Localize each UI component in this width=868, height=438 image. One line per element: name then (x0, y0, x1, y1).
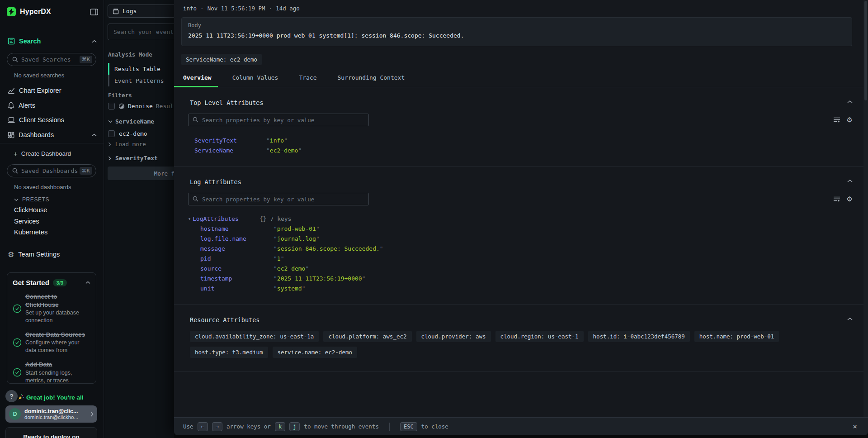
filter-group-severitytext[interactable]: SeverityText (108, 155, 158, 162)
attribute-row: pid "1" (200, 253, 863, 263)
attribute-key[interactable]: source (200, 265, 274, 272)
attribute-value[interactable]: "session-846.scope: Succeeded." (274, 245, 383, 252)
attribute-row: log.file.name "journal.log" (200, 233, 863, 243)
saved-searches-input[interactable]: Saved Searches ⌘K (7, 53, 96, 66)
more-filters-button[interactable]: More filters (108, 167, 174, 180)
chevron-up-icon[interactable] (847, 317, 853, 321)
attribute-value[interactable]: "info" (266, 137, 288, 144)
source-selector-button[interactable]: Logs (108, 5, 174, 18)
footer-text: Use (183, 423, 193, 430)
attribute-value[interactable]: "ec2-demo" (266, 147, 302, 154)
attribute-key[interactable]: timestamp (200, 275, 274, 282)
chevron-up-icon[interactable] (85, 281, 90, 284)
attribute-key[interactable]: message (200, 245, 274, 252)
sidebar-item-chart-explorer[interactable]: Chart Explorer (0, 86, 104, 95)
tab-column-values[interactable]: Column Values (226, 70, 285, 87)
footer-text: to move through events (304, 423, 379, 430)
ec2-demo-checkbox[interactable] (108, 130, 115, 137)
attribute-key[interactable]: LogAttributes (193, 215, 259, 222)
service-name-chip[interactable]: ServiceName: ec2-demo (181, 54, 262, 65)
mode-label: Results Table (114, 66, 160, 72)
footer-text: arrow keys or (226, 423, 271, 430)
denoise-checkbox[interactable] (108, 103, 115, 110)
vertical-scrollbar[interactable] (863, 0, 868, 417)
help-button[interactable]: ? (5, 390, 18, 402)
deploy-card[interactable]: Ready to deploy on (5, 427, 97, 438)
sidebar-item-dashboards[interactable]: Dashboards (0, 130, 104, 140)
attribute-key[interactable]: hostname (200, 225, 274, 232)
attribute-key[interactable]: ServiceName (194, 147, 266, 154)
scrollbar-thumb[interactable] (864, 1, 867, 100)
attribute-value[interactable]: "1" (274, 255, 284, 262)
sidebar-item-client-sessions[interactable]: Client Sessions (0, 115, 104, 125)
resource-chip[interactable]: host.id: i-0abc123def456789 (588, 331, 690, 342)
attribute-row: source "ec2-demo" (200, 263, 863, 273)
property-search-input[interactable] (188, 114, 369, 126)
attribute-key[interactable]: log.file.name (200, 235, 274, 242)
attribute-value[interactable]: "prod-web-01" (274, 225, 320, 232)
mode-event-patterns[interactable]: Event Patterns (108, 75, 174, 86)
chevron-up-icon[interactable] (92, 40, 97, 43)
resource-chip[interactable]: cloud.provider: aws (416, 331, 491, 342)
get-started-item[interactable]: Connect to ClickHouse Set up your databa… (13, 293, 90, 324)
attribute-value[interactable]: "systemd" (274, 285, 305, 292)
resource-chip[interactable]: host.name: prod-web-01 (694, 331, 779, 342)
resource-chip[interactable]: service.name: ec2-demo (273, 347, 358, 358)
resource-chip[interactable]: cloud.region: us-east-1 (495, 331, 584, 342)
resource-chip[interactable]: cloud.availability_zone: us-east-1a (190, 331, 319, 342)
resource-chip[interactable]: cloud.platform: aws_ec2 (323, 331, 411, 342)
close-icon[interactable]: × (853, 422, 857, 431)
event-search-input[interactable] (108, 24, 174, 40)
get-started-item[interactable]: Add Data Start sending logs, metrics, or… (13, 361, 90, 384)
chevron-down-icon (108, 120, 113, 123)
no-saved-searches-text: No saved searches (14, 72, 64, 79)
attribute-value[interactable]: "journal.log" (274, 235, 320, 242)
sidebar-item-label: Team Settings (18, 251, 60, 258)
property-search-input[interactable] (188, 193, 369, 205)
task-title: Add Data (25, 361, 90, 369)
presets-toggle[interactable]: PRESETS (14, 196, 49, 203)
saved-dashboards-input[interactable]: Saved Dashboards ⌘K (7, 164, 96, 177)
wrap-lines-icon[interactable] (833, 117, 840, 123)
task-subtitle: Configure where your data comes from (25, 339, 90, 354)
sidebar-item-team-settings[interactable]: ⚙ Team Settings (0, 249, 104, 259)
preset-clickhouse[interactable]: ClickHouse (14, 206, 47, 214)
gear-icon[interactable]: ⚙ (847, 195, 853, 203)
event-relative-time: 14d ago (276, 5, 300, 12)
mode-results-table[interactable]: Results Table (108, 63, 174, 75)
tab-overview[interactable]: Overview (174, 70, 218, 87)
gear-icon[interactable]: ⚙ (847, 116, 853, 124)
attribute-key[interactable]: pid (200, 255, 274, 262)
tab-trace[interactable]: Trace (292, 70, 323, 87)
resource-chip[interactable]: host.type: t3.medium (190, 347, 268, 358)
load-more-button[interactable]: Load more (108, 141, 146, 148)
chevron-up-icon[interactable] (847, 100, 853, 104)
sidebar-collapse-icon[interactable] (90, 9, 98, 15)
attribute-value[interactable]: "2025-11-11T23:56:19+0000" (274, 275, 366, 282)
divider (389, 423, 390, 431)
sidebar-item-alerts[interactable]: Alerts (0, 100, 104, 110)
plus-icon: + (14, 150, 18, 157)
attribute-key[interactable]: SeverityText (194, 137, 266, 144)
congrats-text: Great job! You're all (26, 394, 84, 401)
get-started-item[interactable]: Create Data Sources Configure where your… (13, 331, 90, 354)
sidebar-item-search[interactable]: Search (0, 36, 104, 46)
wrap-lines-icon[interactable] (833, 196, 840, 202)
collapse-caret-icon[interactable]: ▾ (188, 216, 191, 221)
chevron-up-icon[interactable] (847, 179, 853, 183)
gear-icon: ⚙ (8, 250, 14, 259)
attribute-value[interactable]: "ec2-demo" (274, 265, 309, 272)
create-dashboard-button[interactable]: + Create Dashboard (14, 150, 71, 157)
filter-group-servicename[interactable]: ServiceName (108, 118, 154, 125)
chevron-up-icon[interactable] (92, 133, 97, 137)
user-menu[interactable]: D dominic.tran@clic... dominic.tran@clic… (5, 405, 97, 423)
attribute-key[interactable]: unit (200, 285, 274, 292)
tab-surrounding-context[interactable]: Surrounding Context (331, 70, 411, 87)
attribute-row: SeverityText "info" (194, 135, 863, 145)
preset-services[interactable]: Services (14, 218, 39, 225)
search-icon (12, 57, 18, 62)
section-title: Log Attributes (190, 178, 863, 186)
preset-kubernetes[interactable]: Kubernetes (14, 229, 47, 236)
filters-label: Filters (108, 92, 132, 99)
chevron-right-icon (108, 142, 111, 147)
